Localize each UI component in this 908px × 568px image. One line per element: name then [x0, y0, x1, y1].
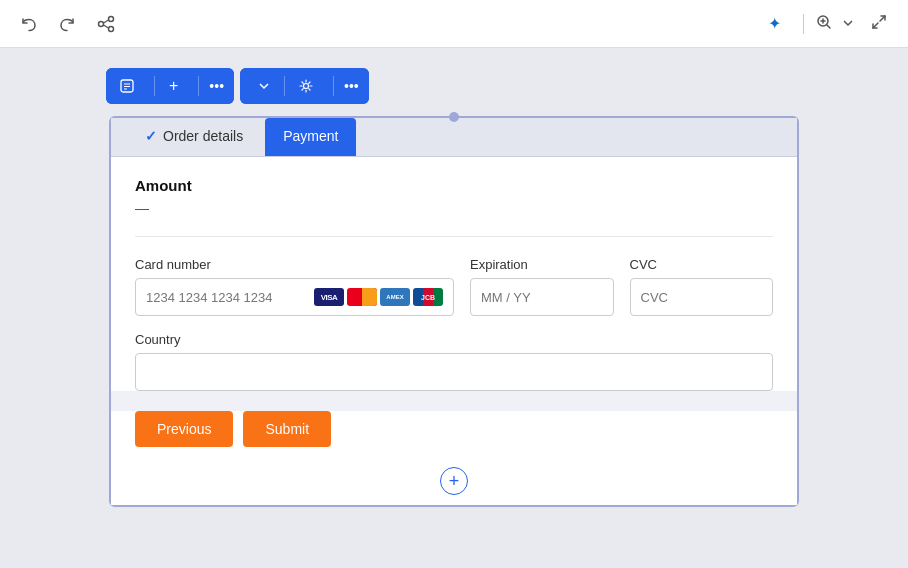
workflow-icon [96, 14, 116, 34]
edit-code-button[interactable]: ✦ [760, 10, 795, 37]
amex-icon: AMEX [380, 288, 410, 306]
check-icon: ✓ [145, 128, 157, 144]
card-icons: VISA AMEX JCB [314, 288, 443, 306]
cvc-group: CVC [630, 257, 774, 316]
mastercard-icon [347, 288, 377, 306]
cvc-input-wrapper[interactable] [630, 278, 774, 316]
tab-payment[interactable]: Payment [265, 118, 356, 156]
svg-line-6 [827, 25, 830, 28]
svg-point-1 [109, 16, 114, 21]
expiration-group: Expiration [470, 257, 614, 316]
expiration-input[interactable] [481, 290, 603, 305]
visa-icon: VISA [314, 288, 344, 306]
step-tabs: ✓ Order details Payment [111, 118, 797, 157]
edit-form-icon [120, 79, 134, 93]
expand-button[interactable] [866, 9, 892, 39]
zoom-button[interactable] [812, 10, 836, 37]
plus-icon: + [169, 78, 178, 94]
chevron-down-icon [842, 17, 854, 29]
svg-line-3 [104, 20, 109, 23]
submit-button[interactable]: Submit [243, 411, 331, 447]
card-fields-row: Card number VISA AMEX JCB [135, 257, 773, 316]
edit-form-group: + ••• [106, 68, 234, 104]
cvc-input[interactable] [641, 290, 763, 305]
amount-label: Amount [135, 177, 773, 194]
svg-point-15 [304, 84, 309, 89]
zoom-dropdown-button[interactable] [838, 12, 858, 36]
zoom-icon [816, 14, 832, 30]
form-container: ✓ Order details Payment Amount — Card nu… [109, 116, 799, 507]
previous-button[interactable]: Previous [135, 411, 233, 447]
tab-order-details-label: Order details [163, 128, 243, 144]
country-group: Country [135, 332, 773, 391]
step-selector-button[interactable] [240, 68, 284, 104]
form-body: Amount — Card number VISA AMEX J [111, 157, 797, 391]
country-label: Country [135, 332, 773, 347]
redo-button[interactable] [54, 11, 80, 37]
svg-point-0 [99, 21, 104, 26]
more-button[interactable]: ••• [199, 68, 234, 104]
step-more-button[interactable]: ••• [334, 68, 369, 104]
card-number-label: Card number [135, 257, 454, 272]
expiration-label: Expiration [470, 257, 614, 272]
card-number-group: Card number VISA AMEX JCB [135, 257, 454, 316]
country-input[interactable] [135, 353, 773, 391]
amount-value: — [135, 200, 773, 216]
cvc-label: CVC [630, 257, 774, 272]
svg-point-2 [109, 26, 114, 31]
top-bar: ✦ [0, 0, 908, 48]
tab-payment-label: Payment [283, 128, 338, 144]
add-btn-container: + [111, 467, 797, 505]
tab-order-details[interactable]: ✓ Order details [127, 118, 261, 156]
form-buttons: Previous Submit [111, 411, 797, 467]
amount-section: Amount — [135, 177, 773, 237]
top-bar-left [16, 10, 120, 38]
zoom-controls [812, 10, 858, 37]
step-settings-button[interactable] [285, 68, 333, 104]
card-number-input-wrapper[interactable]: VISA AMEX JCB [135, 278, 454, 316]
toolbar: + ••• ••• [106, 68, 369, 104]
expiration-input-wrapper[interactable] [470, 278, 614, 316]
chevron-down-icon [258, 80, 270, 92]
undo-button[interactable] [16, 11, 42, 37]
undo-icon [20, 15, 38, 33]
main-area: + ••• ••• [0, 48, 908, 568]
jcb-icon: JCB [413, 288, 443, 306]
add-section-button[interactable]: + [440, 467, 468, 495]
divider [803, 14, 804, 34]
top-dot [449, 112, 459, 122]
edit-form-button[interactable] [106, 68, 154, 104]
step-group: ••• [240, 68, 369, 104]
redo-icon [58, 15, 76, 33]
svg-line-4 [104, 25, 109, 28]
top-bar-right: ✦ [760, 9, 892, 39]
card-number-input[interactable] [146, 290, 314, 305]
gear-icon [299, 79, 313, 93]
expand-icon [870, 13, 888, 31]
vscode-icon: ✦ [768, 14, 781, 33]
add-step-button[interactable]: + [155, 68, 198, 104]
workflow-button[interactable] [92, 10, 120, 38]
